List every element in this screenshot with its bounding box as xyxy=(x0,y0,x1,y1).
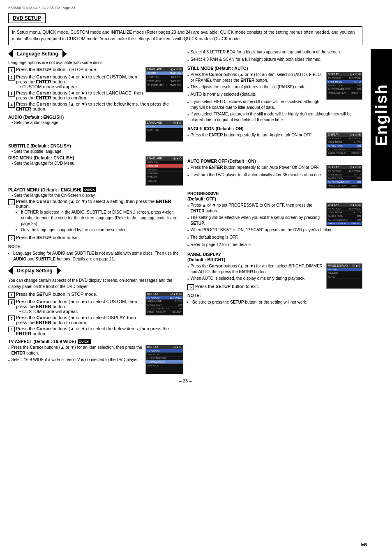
disp-step-2-num: 2 xyxy=(8,299,15,305)
language-setting-section: Language Setting Language options are no… xyxy=(8,49,183,263)
apo-still-label: STILL MODE xyxy=(328,173,342,176)
step-2-num: 2 xyxy=(8,75,15,81)
progressive-section: PROGRESSIVE (Default: OFF) DISPLAY ◎ ■ ⊙… xyxy=(187,191,362,249)
step-5-sub-a: If OTHER is selected in the AUDIO, SUBTI… xyxy=(21,210,183,227)
submenu-english: ENGLISH xyxy=(146,161,183,164)
tv-asp-menu-label: DISPLAY xyxy=(147,345,158,349)
panel-display-title2: (Default : BRIGHT) xyxy=(187,257,362,262)
prog-angle-val: ON xyxy=(357,215,361,217)
prog-disp-label: DISPLAY xyxy=(328,203,339,207)
auto-power-off-section: AUTO POWER OFF (Default : ON) DISPLAY ◎ … xyxy=(187,159,362,189)
tv-extra-bullet-1-text: Select 4:3 LETTER BOX for a black bars a… xyxy=(191,49,341,55)
prog-apo-label: AUTO POWER OFF xyxy=(328,219,350,221)
still-bullet-4: • If you select FIELD, pictures in the s… xyxy=(187,99,324,111)
still-mode-title: STILL MODE (Default : AUTO) xyxy=(187,66,362,71)
angle-icon-title: ANGLE ICON (Default : ON) xyxy=(187,126,362,131)
a-apo-val: ON xyxy=(357,148,361,151)
angle-label: ANGLE ICON xyxy=(147,304,162,306)
audio-sel-row: AUDIO xyxy=(146,125,183,128)
prog-bullet-4: • The default setting is OFF. xyxy=(187,235,362,241)
apo-bullet-1-text: Press the ENTER button repeatedly to tur… xyxy=(191,165,320,170)
pd-disp-label: PANEL DISPLAY xyxy=(328,264,348,267)
still-tv-label: TV ASPECT xyxy=(328,77,341,79)
apo-bullet-1: • Press the ENTER button repeatedly to t… xyxy=(187,165,324,171)
display-menu-screenshot: DISPLAY ◎ ■ ⊙ ⊞ TV ASPECT 16:9 WIDE STIL… xyxy=(145,292,183,315)
language-submenu-screenshot: LANGUAGE ◎ ■ ⊙ ENGLISH FRENCH SPANISH GE… xyxy=(145,156,183,186)
submenu-german: GERMAN xyxy=(146,172,183,175)
still-bullet-2-text: This adjusts the resolution of pictures … xyxy=(191,84,307,90)
apo-disp-icons: ◎ ■ ⊙ ⊞ xyxy=(350,166,361,169)
apo-panel-val: BRIGHT xyxy=(351,184,361,187)
language-steps-container: LANGUAGE ◎ ■ ⊙ ⊞ AUDIO ENGLISH SUBTITLE … xyxy=(8,67,183,113)
pd-dimmer-row: DIMMER xyxy=(327,272,362,275)
disp-step-4-content: Press the Cursor buttons (▲ or ▼) to sel… xyxy=(16,326,183,336)
apo-still-val: AUTO xyxy=(354,173,361,176)
tv-aspect-bullet-2-text: Select 16:9 WIDE if a wide-screen TV is … xyxy=(12,357,139,363)
prog-tv-val: 16:9 WIDE xyxy=(349,207,361,210)
audio-screenshot: LANGUAGE ◎ ■ ⊙ AUDIO SUBTITLE xyxy=(145,120,183,142)
apo-tv-val: 16:9 WIDE xyxy=(349,170,361,172)
player-menu-title-row: PLAYER MENU (Default : ENGLISH) QUICK xyxy=(8,187,183,192)
step-1: 1 Press the SETUP button in STOP mode. xyxy=(8,67,143,73)
still-bullet-1-text: Press the Cursor buttons (▲ or ▼) for an… xyxy=(191,72,324,83)
panel-step-5-num: 5 xyxy=(187,284,194,290)
still-angle-val: ON xyxy=(357,84,361,87)
disp-header: DISPLAY xyxy=(147,292,158,296)
submenu-spanish: SPANISH xyxy=(146,168,183,172)
submenu-french: FRENCH xyxy=(146,164,183,168)
disp-step-3: 3 Press the Cursor buttons (◄ or ►) to s… xyxy=(8,315,143,325)
pd-disp-icons: ◎ ■ ⊙ xyxy=(353,264,361,267)
still-tv-val: 16:9 WIDE xyxy=(349,77,361,79)
prog-still-val: AUTO xyxy=(354,211,361,214)
audio-menu-label: LANGUAGE xyxy=(147,121,162,124)
step-5-content: Press the Cursor buttons (▲ or ▼) to sel… xyxy=(16,199,183,234)
bullet-dot-2: • xyxy=(8,358,10,364)
tv-asp-169w: 16:9 WIDE xyxy=(146,364,183,367)
submenu-lang-label: LANGUAGE xyxy=(147,157,162,160)
still-val: AUTO xyxy=(175,300,182,302)
player-menu-title2: (Default : ENGLISH) xyxy=(41,187,81,192)
intro-paragraph: In Setup menu, QUICK mode, CUSTOM mode a… xyxy=(8,26,362,45)
auto-power-off-title: AUTO POWER OFF (Default : ON) xyxy=(187,159,362,164)
panel-label: PANEL DISPLAY xyxy=(147,311,166,313)
language-note-1: Language Setting for AUDIO and SUBTITLE … xyxy=(13,251,183,262)
language-intro: Language options are not available with … xyxy=(8,60,183,65)
language-menu-screenshot: LANGUAGE ◎ ■ ⊙ ⊞ AUDIO ENGLISH SUBTITLE … xyxy=(145,67,183,92)
audio-subsection: AUDIO (Default : ENGLISH) LANGUAGE ◎ ■ ⊙… xyxy=(8,115,183,142)
disp-step-4-num: 4 xyxy=(8,327,15,332)
angle-icon-section: ANGLE ICON (Default : ON) DISPLAY ◎ ■ ⊙ … xyxy=(187,126,362,156)
pd-bullet-1-text: Press the Cursor buttons (▲ or ▼) for an… xyxy=(191,263,324,275)
disp-step-4: 4 Press the Cursor buttons (▲ or ▼) to s… xyxy=(8,326,183,336)
a-tv-label: TV ASPECT xyxy=(328,137,341,140)
display-setting-title: Display Setting xyxy=(13,266,57,275)
apo-angle-val: ON xyxy=(357,177,361,180)
still-disp-label: DISPLAY xyxy=(328,73,339,76)
tv-aspect-title: TV ASPECT (Default : 16:9 WIDE) xyxy=(8,339,76,344)
display-steps-container: DISPLAY ◎ ■ ⊙ ⊞ TV ASPECT 16:9 WIDE STIL… xyxy=(8,292,183,337)
step-5-num: 5 xyxy=(8,199,15,205)
language-setting-title: Language Setting xyxy=(13,49,62,58)
pd-bullet-2: • When AUTO is selected, the display dim… xyxy=(187,276,324,282)
tv-aspect-bullet-1-text: Press the Cursor buttons (▲ or ▼) for an… xyxy=(12,345,143,356)
step-6-num: 6 xyxy=(8,235,15,241)
a-panel-val: BRIGHT xyxy=(351,152,361,154)
a-still-label: STILL MODE xyxy=(328,141,342,143)
prog-bullet-5: • Refer to page 12 for more details. xyxy=(187,242,362,249)
player-menu-title: PLAYER MENU xyxy=(8,187,39,192)
panel-display-screenshot: PANEL DISPLAY ◎ ■ ⊙ BRIGHT DIMMER AUTO xyxy=(326,263,362,289)
a-angle-val: ON xyxy=(357,145,361,147)
still-panel-val: BRIGHT xyxy=(351,92,361,94)
step-4-num: 4 xyxy=(8,102,15,108)
panel-val: BRIGHT xyxy=(172,311,182,313)
prog-bullet-1: • Press ▲ or ▼ to set PROGRESSIVE to ON … xyxy=(187,203,324,214)
bullet-dot-1: • xyxy=(8,345,10,351)
tv-aspect-screenshot: DISPLAY ◎ ■ ⊙ TV ASPECT 16:9 WIDE 4:3 LE… xyxy=(145,345,183,374)
page-container: E59M0UD.qx3 04.6.24 2:35 PM Page 23 Engl… xyxy=(0,0,392,555)
panel-display-section: PANEL DISPLAY (Default : BRIGHT) PANEL D… xyxy=(187,252,362,306)
en-label: EN xyxy=(361,542,367,547)
tv-asp-43ps: 4:3 PAN&SCAN xyxy=(146,360,183,364)
step-3: 3 Press the Cursor buttons (◄ or ►) to s… xyxy=(8,90,143,100)
left-column: Language Setting Language options are no… xyxy=(8,49,183,375)
progressive-screenshot: DISPLAY ◎ ■ ⊙ ⊞ TV ASPECT 16:9 WIDE STIL… xyxy=(326,203,362,226)
menu-discmenu-row: DISC MENU ENGLISH xyxy=(146,79,183,83)
